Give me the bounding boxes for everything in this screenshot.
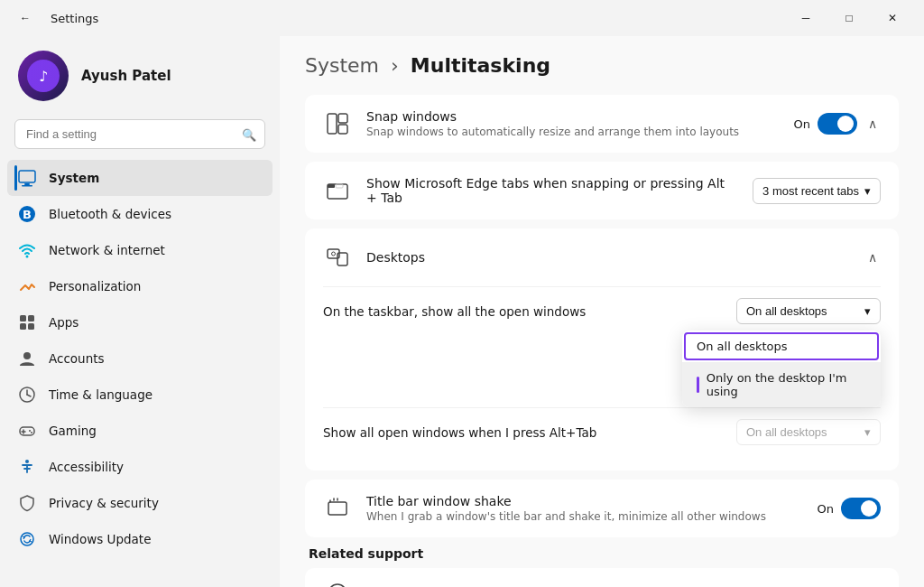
alttab-selected: On all desktops: [746, 425, 827, 439]
shake-toggle[interactable]: [841, 498, 881, 519]
sidebar-item-bluetooth[interactable]: B Bluetooth & devices: [7, 196, 273, 232]
title-bar-shake-section: Title bar window shake When I grab a win…: [305, 480, 899, 537]
svg-point-19: [29, 430, 31, 432]
svg-rect-3: [24, 183, 30, 185]
snap-windows-desc: Snap windows to automatically resize and…: [366, 126, 780, 138]
sidebar-item-bluetooth-label: Bluetooth & devices: [49, 207, 171, 221]
svg-rect-2: [19, 171, 35, 182]
desktops-section: Desktops ∧ On the taskbar, show all the …: [305, 228, 899, 471]
help-icon: [323, 582, 352, 587]
related-support: Related support Help with Multitasking ∧: [305, 546, 899, 587]
privacy-icon: [18, 494, 36, 512]
edge-tabs-label: Show Microsoft Edge tabs when snapping o…: [366, 176, 738, 205]
system-icon: [18, 169, 36, 187]
sidebar-item-accounts-label: Accounts: [49, 351, 105, 366]
maximize-button[interactable]: □: [828, 4, 870, 33]
sidebar-item-gaming-label: Gaming: [49, 424, 97, 438]
taskbar-dropdown-wrapper: On all desktops ▾ On all desktops Only o…: [736, 298, 881, 324]
back-button[interactable]: ←: [11, 4, 40, 33]
apps-icon: [18, 313, 36, 331]
title-bar-shake-row: Title bar window shake When I grab a win…: [305, 480, 899, 537]
snap-toggle-label: On: [794, 117, 810, 131]
taskbar-row: On the taskbar, show all the open window…: [323, 286, 881, 335]
snap-windows-expand[interactable]: ∧: [864, 113, 881, 135]
snap-windows-label: Snap windows: [366, 109, 780, 124]
sidebar-item-privacy-label: Privacy & security: [49, 496, 159, 510]
sidebar-item-time-label: Time & language: [49, 387, 152, 402]
main-content: System › Multitasking Snap windows Snap …: [280, 36, 924, 587]
sidebar-item-network[interactable]: Network & internet: [7, 232, 273, 268]
taskbar-dropdown[interactable]: On all desktops ▾: [736, 298, 881, 324]
edge-tabs-control: 3 most recent tabs ▾: [753, 178, 881, 204]
snap-windows-row: Snap windows Snap windows to automatical…: [305, 95, 899, 153]
svg-rect-25: [338, 125, 347, 134]
svg-rect-23: [328, 114, 337, 134]
svg-point-20: [31, 432, 32, 433]
taskbar-row-label: On the taskbar, show all the open window…: [323, 304, 722, 319]
accessibility-icon: [18, 458, 36, 476]
accounts-icon: [18, 349, 36, 368]
sidebar-item-accounts[interactable]: Accounts: [7, 340, 273, 377]
svg-rect-27: [328, 184, 335, 188]
edge-tabs-text: Show Microsoft Edge tabs when snapping o…: [366, 176, 738, 205]
desktop-option-all[interactable]: On all desktops: [684, 332, 879, 360]
svg-line-15: [27, 395, 31, 396]
taskbar-selected: On all desktops: [746, 304, 827, 318]
related-support-title: Related support: [305, 546, 899, 561]
time-icon: [18, 386, 36, 404]
nav-list: System B Bluetooth & devices: [0, 160, 280, 557]
svg-point-21: [25, 460, 29, 463]
desktops-collapse[interactable]: ∧: [864, 247, 881, 268]
sidebar-item-system[interactable]: System: [7, 160, 273, 196]
gaming-icon: [18, 422, 36, 440]
search-icon: 🔍: [242, 127, 256, 141]
title-bar-shake-label: Title bar window shake: [366, 494, 803, 508]
sidebar-item-privacy[interactable]: Privacy & security: [7, 485, 273, 521]
shake-toggle-label: On: [818, 502, 834, 516]
title-bar-shake-icon: [323, 494, 352, 523]
taskbar-dropdown-popup: On all desktops Only on the desktop I'm …: [682, 331, 881, 407]
sidebar-item-personalization[interactable]: Personalization: [7, 268, 273, 304]
desktops-content: On the taskbar, show all the open window…: [305, 286, 899, 471]
alttab-dropdown[interactable]: On all desktops ▾: [736, 419, 881, 445]
sidebar-item-system-label: System: [49, 171, 99, 185]
network-icon: [18, 241, 36, 259]
snap-toggle[interactable]: [818, 113, 857, 135]
edge-tabs-section: Show Microsoft Edge tabs when snapping o…: [305, 162, 899, 219]
svg-text:B: B: [23, 208, 32, 221]
sidebar-item-apps-label: Apps: [49, 315, 79, 330]
title-bar-shake-control: On: [818, 498, 881, 519]
sidebar-item-accessibility[interactable]: Accessibility: [7, 449, 273, 485]
sidebar-item-time[interactable]: Time & language: [7, 377, 273, 413]
svg-text:♪: ♪: [39, 68, 48, 85]
window-controls: ─ □ ✕: [785, 4, 913, 33]
snap-windows-icon: [323, 109, 352, 138]
svg-point-30: [332, 252, 336, 256]
alttab-chevron-icon: ▾: [864, 425, 871, 439]
breadcrumb: System › Multitasking: [305, 54, 899, 77]
snap-windows-section: Snap windows Snap windows to automatical…: [305, 95, 899, 153]
snap-windows-control: On ∧: [794, 113, 881, 135]
sidebar-item-gaming[interactable]: Gaming: [7, 413, 273, 449]
sidebar-item-network-label: Network & internet: [49, 243, 165, 257]
title-bar-shake-text: Title bar window shake When I grab a win…: [366, 494, 803, 523]
desktop-option-current[interactable]: Only on the desktop I'm using: [682, 362, 881, 407]
sidebar-item-update[interactable]: Windows Update: [7, 521, 273, 557]
help-row[interactable]: Help with Multitasking ∧: [305, 568, 899, 587]
svg-rect-10: [20, 323, 26, 330]
svg-rect-4: [22, 185, 32, 187]
sidebar-item-apps[interactable]: Apps: [7, 304, 273, 340]
edge-tabs-dropdown[interactable]: 3 most recent tabs ▾: [753, 178, 881, 204]
breadcrumb-separator: ›: [391, 54, 405, 77]
minimize-button[interactable]: ─: [785, 4, 827, 33]
edge-tabs-row: Show Microsoft Edge tabs when snapping o…: [305, 162, 899, 219]
svg-point-7: [26, 256, 29, 258]
taskbar-chevron-icon: ▾: [864, 304, 871, 318]
alttab-row: Show all open windows when I press Alt+T…: [323, 407, 881, 456]
app-title: Settings: [51, 12, 98, 25]
desktops-header[interactable]: Desktops ∧: [305, 228, 899, 286]
close-button[interactable]: ✕: [872, 4, 913, 33]
sidebar-item-update-label: Windows Update: [49, 532, 151, 546]
user-profile: ♪ Ayush Patel: [0, 36, 280, 119]
search-input[interactable]: [14, 119, 265, 149]
